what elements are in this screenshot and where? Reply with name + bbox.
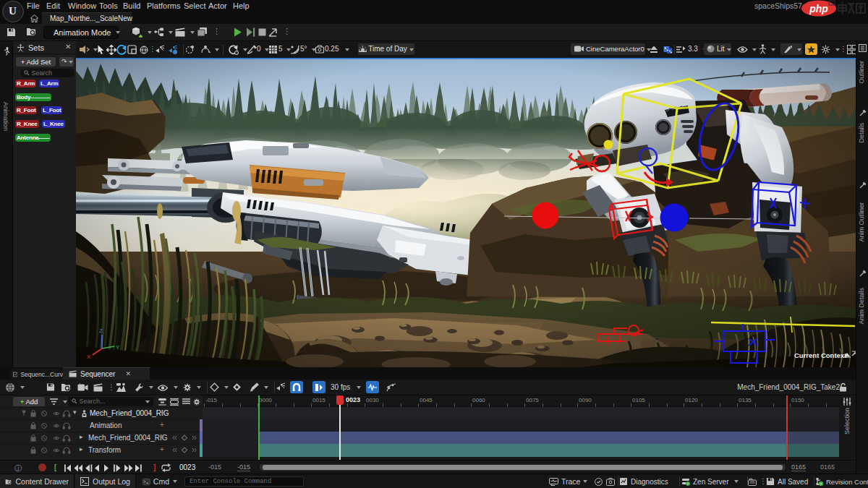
svg-text:Y: Y xyxy=(116,344,120,351)
svg-text:php: php xyxy=(809,3,828,14)
svg-text:X: X xyxy=(87,354,91,360)
svg-text:Z: Z xyxy=(99,328,103,334)
svg-text:Current Context: Current Context xyxy=(794,351,847,359)
